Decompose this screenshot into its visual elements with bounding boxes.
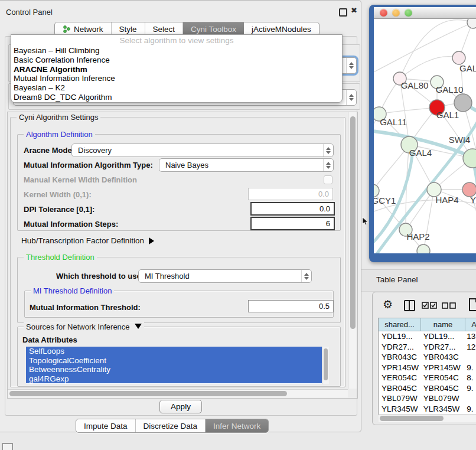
table-cell[interactable]: YPR145W — [420, 363, 464, 373]
dpi-tolerance-field[interactable]: 0.0 — [250, 202, 335, 216]
table-cell[interactable]: 9. — [464, 363, 476, 373]
algorithm-option-basic-correlation[interactable]: Basic Correlation Inference — [11, 56, 342, 65]
tab-impute-data[interactable]: Impute Data — [76, 419, 136, 432]
list-item-selfloops[interactable]: SelfLoops — [26, 347, 328, 356]
table-horizontal-scrollbar[interactable] — [379, 414, 476, 422]
network-node[interactable] — [417, 244, 430, 253]
mi-algorithm-type-combobox[interactable]: Naive Bayes — [159, 158, 334, 172]
node-table: shared... name A YDL19...YDL19...13YDR27… — [378, 318, 476, 415]
table-row[interactable]: YDL19...YDL19...13 — [379, 331, 476, 342]
float-window-icon[interactable] — [339, 8, 347, 17]
sources-title[interactable]: Sources for Network Inference — [24, 322, 144, 331]
mi-threshold-field[interactable]: 0.5 — [248, 300, 334, 312]
tab-network[interactable]: Network — [55, 22, 112, 35]
which-threshold-combobox[interactable]: MI Threshold — [138, 269, 312, 283]
zoom-traffic-light-icon[interactable] — [405, 9, 412, 17]
table-cell[interactable]: YBL079W — [420, 393, 464, 404]
network-node[interactable] — [454, 94, 472, 112]
table-row[interactable]: YER054CYER054C8. — [379, 373, 476, 383]
list-item-betweennesscentrality[interactable]: BetweennessCentrality — [26, 365, 328, 374]
column-layout-icon[interactable] — [404, 300, 415, 311]
apply-button[interactable]: Apply — [159, 400, 202, 413]
list-item-topologicalcoefficient[interactable]: TopologicalCoefficient — [26, 356, 328, 366]
algorithm-option-aracne[interactable]: ARACNE Algorithm — [11, 65, 342, 74]
kernel-width-field[interactable]: 0.0 — [248, 188, 333, 200]
tab-infer-network[interactable]: Infer Network — [206, 419, 268, 432]
network-node-swi4[interactable] — [463, 149, 476, 168]
close-traffic-light-icon[interactable] — [380, 9, 387, 17]
table-cell[interactable]: 12 — [464, 342, 476, 353]
table-cell[interactable]: YLR345W — [379, 404, 420, 415]
network-edge[interactable] — [374, 145, 409, 191]
table-cell[interactable]: 9. — [464, 404, 476, 415]
minimize-traffic-light-icon[interactable] — [392, 9, 400, 17]
which-threshold-value: MI Threshold — [139, 272, 301, 281]
data-attributes-list[interactable]: SelfLoops TopologicalCoefficient Between… — [26, 347, 328, 384]
tab-cyni-toolbox[interactable]: Cyni Toolbox — [183, 22, 244, 35]
mi-steps-field[interactable]: 6 — [250, 217, 335, 230]
table-cell[interactable]: YBR045C — [420, 383, 464, 394]
tab-discretize-data[interactable]: Discretize Data — [136, 419, 206, 432]
aracne-mode-combobox[interactable]: Discovery — [71, 144, 334, 157]
algorithm-option-bayesian-hill-climbing[interactable]: Bayesian – Hill Climbing — [11, 46, 342, 56]
network-edge[interactable] — [379, 107, 437, 114]
node-label: HAP2 — [406, 231, 429, 242]
settings-vertical-scrollbar[interactable] — [348, 112, 357, 389]
gear-icon[interactable]: ⚙ — [383, 298, 393, 311]
table-cell[interactable]: YBR045C — [379, 383, 420, 394]
table-row[interactable]: YBR043CYBR043C — [379, 352, 476, 363]
table-cell[interactable]: 9. — [464, 383, 476, 394]
table-row[interactable]: YBL079WYBL079W — [379, 393, 476, 404]
table-cell[interactable]: YBR043C — [379, 352, 420, 363]
close-window-icon[interactable]: ✖ — [351, 6, 357, 15]
column-header-name[interactable]: name — [421, 318, 465, 331]
table-cell[interactable]: YLR345W — [420, 404, 464, 415]
grip-icon[interactable] — [2, 443, 13, 450]
tab-select[interactable]: Select — [145, 22, 184, 35]
application-root: Control Panel ✖ Network Style Select Cyn… — [0, 0, 476, 450]
network-node[interactable] — [467, 19, 476, 28]
manual-kernel-width-checkbox[interactable] — [324, 175, 332, 184]
table-cell[interactable]: YDR27... — [420, 342, 464, 353]
table-cell[interactable]: YER054C — [420, 373, 464, 383]
list-item-gal4rgexp[interactable]: gal4RGexp — [26, 374, 328, 384]
network-node-gal[interactable] — [452, 51, 465, 64]
tab-style[interactable]: Style — [112, 22, 145, 35]
table-cell[interactable]: 8. — [464, 373, 476, 383]
table-cell[interactable]: YDL19... — [420, 331, 464, 342]
settings-horizontal-scrollbar[interactable] — [8, 389, 348, 397]
tab-cyni-toolbox-label: Cyni Toolbox — [191, 25, 236, 34]
table-cell[interactable]: YBR043C — [420, 352, 464, 363]
table-cell[interactable]: YER054C — [379, 373, 420, 383]
select-all-checkboxes-icon[interactable] — [422, 302, 437, 309]
tab-network-label: Network — [74, 25, 103, 34]
network-window-titlebar[interactable] — [374, 7, 476, 19]
algorithm-option-dream8[interactable]: Dream8 DC_TDC Algorithm — [11, 93, 342, 102]
node-label: GAL11 — [380, 117, 407, 127]
table-cell[interactable]: YPR145W — [379, 363, 420, 373]
table-cell[interactable] — [464, 393, 476, 404]
algorithm-option-bayesian-k2[interactable]: Bayesian – K2 — [11, 83, 342, 93]
attributes-list-vertical-scrollbar[interactable] — [322, 347, 329, 384]
table-row[interactable]: YBR045CYBR045C9. — [379, 383, 476, 394]
table-cell[interactable]: YBL079W — [379, 393, 420, 404]
network-canvas[interactable]: GALGAL80GAL10GAL1GAL11GAL4SWI4GCY1HAP4YH… — [374, 19, 476, 253]
table-cell[interactable]: 13 — [464, 331, 476, 342]
column-header-shared[interactable]: shared... — [379, 318, 421, 331]
tab-jactivemnodules[interactable]: jActiveMNodules — [244, 22, 319, 35]
table-row[interactable]: YLR345WYLR345W9. — [379, 404, 476, 415]
table-row[interactable]: YDR27...YDR27...12 — [379, 342, 476, 353]
document-icon[interactable] — [468, 298, 476, 311]
table-row[interactable]: YPR145WYPR145W9. — [379, 363, 476, 373]
network-edge[interactable] — [374, 22, 473, 75]
combobox-stepper-icon — [346, 58, 356, 73]
mi-threshold-label: Mutual Information Threshold: — [30, 303, 141, 312]
hub-tf-definition-toggle[interactable]: Hub/Transcription Factor Definition — [21, 236, 154, 245]
deselect-all-checkboxes-icon[interactable] — [442, 302, 456, 309]
algorithm-option-mutual-information[interactable]: Mutual Information Inference — [11, 74, 342, 83]
column-header-partial[interactable]: A — [465, 318, 476, 331]
network-edge[interactable] — [423, 190, 434, 251]
table-cell[interactable]: YDL19... — [379, 331, 420, 342]
table-cell[interactable]: YDR27... — [379, 342, 420, 353]
table-cell[interactable] — [464, 352, 476, 363]
